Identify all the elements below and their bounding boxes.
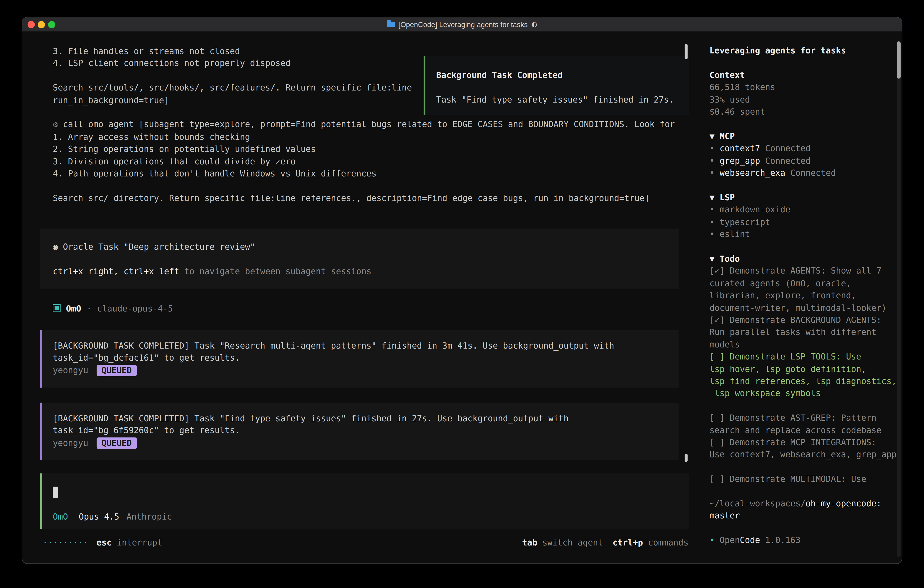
input-model-label: Opus 4.5 <box>79 511 119 523</box>
background-task-notification: Background Task Completed Task "Find typ… <box>424 56 690 115</box>
transcript-line: 4. Path operations that don't handle Win… <box>53 167 675 180</box>
status-bar: ········· esc interrupt tab switch agent… <box>43 536 688 548</box>
sidebar-line: [ ] Demonstrate LSP TOOLS: Use <box>710 351 902 363</box>
input-meta: OmO Opus 4.5 Anthropic <box>53 511 690 523</box>
sidebar-line: search and replace across codebase <box>710 424 902 436</box>
task-message-line1: [BACKGROUND TASK COMPLETED] Task "Resear… <box>53 340 678 352</box>
sidebar-scrollbar-track[interactable] <box>897 41 901 557</box>
sidebar-content: Leveraging agents for tasks Context66,51… <box>710 45 902 547</box>
agent-header: OmO · claude-opus-4-5 <box>53 302 173 314</box>
commands-hint: ctrl+p commands <box>612 537 688 547</box>
sidebar-line: Run parallel tasks with different <box>710 326 902 339</box>
spinner: ········· <box>43 537 88 547</box>
transcript-line: 1. Array access without bounds checking <box>53 131 675 143</box>
task-message-line2: task_id="bg_dcfac161" to get results. <box>53 352 678 364</box>
window-title-text: [OpenCode] Leveraging agents for tasks <box>398 20 528 28</box>
sidebar-line: ▼ LSP <box>710 192 902 204</box>
titlebar[interactable]: [OpenCode] Leveraging agents for tasks ◐ <box>22 18 902 32</box>
interrupt-hint: esc interrupt <box>97 537 162 547</box>
sidebar-line: [ ] Demonstrate MCP INTEGRATIONS: <box>710 436 902 449</box>
notification-body: Task "Find type safety issues" finished … <box>436 93 690 106</box>
sidebar-line <box>710 485 902 497</box>
main-scrollbar-thumb[interactable] <box>685 44 688 59</box>
task-message-line1: [BACKGROUND TASK COMPLETED] Task "Find t… <box>53 412 678 424</box>
sidebar-line: ▼ MCP <box>710 130 902 142</box>
sidebar[interactable]: Leveraging agents for tasks Context66,51… <box>701 32 902 564</box>
sidebar-scrollbar-thumb[interactable] <box>897 41 901 79</box>
sidebar-line: lsp_find_references, lsp_diagnostics, <box>710 375 902 387</box>
sidebar-line: Leveraging agents for tasks <box>710 45 902 57</box>
minimize-window-button[interactable] <box>38 21 45 28</box>
prompt-input[interactable]: OmO Opus 4.5 Anthropic <box>40 473 690 529</box>
folder-icon <box>387 21 395 27</box>
transcript-line: 3. File handles or streams not closed <box>53 45 675 57</box>
task-message-line2: task_id="bg_6f59260c" to get results. <box>53 424 678 437</box>
oracle-icon: ◉ <box>53 242 63 251</box>
transcript-line <box>53 180 675 192</box>
agent-model: claude-opus-4-5 <box>97 303 173 313</box>
sidebar-line: document-writer, multimodal-looker) <box>710 302 902 314</box>
task-user: yeongyu <box>53 365 88 375</box>
transcript-line: 3. Division operations that could divide… <box>53 155 675 168</box>
status-right: tab switch agent ctrl+p commands <box>522 537 688 547</box>
sidebar-line: [✓] Demonstrate BACKGROUND AGENTS: <box>710 314 902 326</box>
sidebar-line: ▼ Todo <box>710 253 902 265</box>
sidebar-line: • grep_app Connected <box>710 155 902 167</box>
agent-separator: · <box>87 303 92 313</box>
sidebar-line: models <box>710 339 902 351</box>
sidebar-line <box>710 118 902 130</box>
sidebar-line: ~/local-workspaces/oh-my-opencode: <box>710 497 902 510</box>
sidebar-line: • context7 Connected <box>710 142 902 155</box>
transcript-line: ⚙ call_omo_agent [subagent_type=explore,… <box>53 119 675 131</box>
sidebar-line <box>710 240 902 253</box>
switch-agent-hint: tab switch agent <box>522 537 603 547</box>
text-cursor <box>53 487 58 498</box>
opencode-window: [OpenCode] Leveraging agents for tasks ◐… <box>21 17 903 564</box>
transcript-line: Search src/ directory. Return specific f… <box>53 192 675 204</box>
status-badge: QUEUED <box>97 437 137 449</box>
sidebar-line: $0.46 spent <box>710 106 902 118</box>
sidebar-line: • websearch_exa Connected <box>710 167 902 179</box>
oracle-task-title: ◉ Oracle Task "Deep architecture review" <box>53 241 678 253</box>
half-circle-icon: ◐ <box>531 20 537 28</box>
window-title: [OpenCode] Leveraging agents for tasks ◐ <box>22 20 902 28</box>
sidebar-line: [✓] Demonstrate AGENTS: Show all 7 <box>710 265 902 277</box>
sidebar-line: [ ] Demonstrate MULTIMODAL: Use <box>710 473 902 485</box>
task-meta: yeongyuQUEUED <box>53 437 678 449</box>
input-provider-label: Anthropic <box>126 511 172 523</box>
input-agent-label: OmO <box>53 511 68 523</box>
sidebar-line <box>710 461 902 473</box>
zoom-window-button[interactable] <box>48 21 55 28</box>
sidebar-line: • eslint <box>710 228 902 240</box>
sidebar-line: Use context7, websearch_exa, grep_app <box>710 448 902 461</box>
sidebar-line: 66,518 tokens <box>710 81 902 93</box>
sidebar-line: • markdown-oxide <box>710 203 902 216</box>
hint-keys: ctrl+x right, ctrl+x left <box>53 266 179 276</box>
sidebar-line: • typescript <box>710 216 902 228</box>
sidebar-line: 33% used <box>710 93 902 106</box>
sidebar-line: lsp_workspace_symbols <box>710 387 902 400</box>
traffic-lights <box>28 21 55 28</box>
conversation-pane[interactable]: 3. File handles or streams not closed4. … <box>22 32 701 564</box>
main-scrollbar-thumb-lower[interactable] <box>685 454 688 462</box>
hint-text: to navigate between subagent sessions <box>179 266 371 276</box>
task-user: yeongyu <box>53 438 88 448</box>
sidebar-line: master <box>710 510 902 522</box>
background-task-result: [BACKGROUND TASK COMPLETED] Task "Find t… <box>40 403 679 460</box>
agent-icon <box>53 304 61 312</box>
background-task-result: [BACKGROUND TASK COMPLETED] Task "Resear… <box>40 330 679 387</box>
sidebar-line <box>710 522 902 534</box>
sidebar-line: curated agents (OmO, oracle, <box>710 277 902 289</box>
agent-name: OmO <box>66 303 81 313</box>
sidebar-line <box>710 400 902 412</box>
oracle-task-panel: ◉ Oracle Task "Deep architecture review"… <box>40 228 679 289</box>
sidebar-line: librarian, explore, frontend, <box>710 289 902 302</box>
close-window-button[interactable] <box>28 21 35 28</box>
task-meta: yeongyuQUEUED <box>53 364 678 376</box>
sidebar-line <box>710 57 902 69</box>
sidebar-line: • OpenCode 1.0.163 <box>710 534 902 547</box>
notification-title: Background Task Completed <box>436 69 690 81</box>
sidebar-line <box>710 179 902 192</box>
transcript-line: 2. String operations on potentially unde… <box>53 143 675 155</box>
desktop: [OpenCode] Leveraging agents for tasks ◐… <box>0 0 924 588</box>
